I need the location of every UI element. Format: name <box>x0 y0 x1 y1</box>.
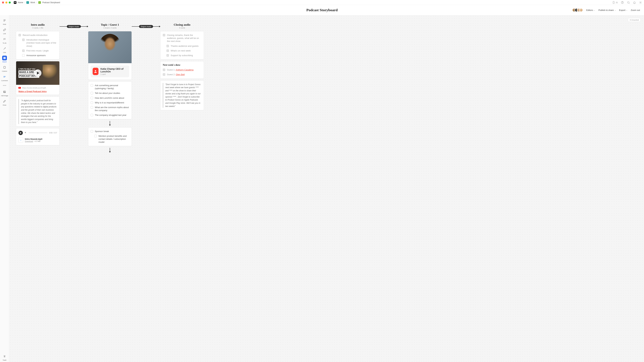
checkbox-icon[interactable] <box>22 38 25 41</box>
search-icon[interactable] <box>627 1 630 4</box>
tool-trash[interactable]: Trash <box>1 353 8 362</box>
breadcrumb-home[interactable]: Home <box>18 1 23 4</box>
checkbox-icon[interactable] <box>166 49 169 52</box>
check-item[interactable]: Guest 2: Glen Bell <box>163 73 201 76</box>
video-thumbnail[interactable]: 5 TIPS TO HELP YOU MAKE A GREAT PODCAST … <box>16 61 60 85</box>
check-item[interactable]: Mention product benefits and contact det… <box>94 135 129 144</box>
tool-note[interactable]: Note <box>1 17 8 26</box>
minimize-window[interactable] <box>5 1 8 3</box>
audio-play-button[interactable] <box>18 131 23 135</box>
tool-board[interactable]: Board <box>1 55 8 64</box>
help-icon[interactable] <box>621 1 624 4</box>
check-item[interactable]: Closing remarks, thank the audience, gue… <box>163 34 201 43</box>
check-item[interactable]: Support by subscribing <box>166 54 201 57</box>
sponsor-card[interactable]: Sponsor break Mention product benefits a… <box>88 127 132 146</box>
checkbox-icon[interactable] <box>22 49 25 52</box>
tool-line[interactable]: Line <box>1 45 8 54</box>
device-count[interactable]: 21 <box>612 1 618 4</box>
checkbox-icon[interactable] <box>90 84 93 87</box>
connector-label[interactable]: Segue music <box>67 25 81 28</box>
quote-card[interactable]: "A digital product podcast built for peo… <box>16 97 60 127</box>
checkbox-icon[interactable] <box>18 34 21 36</box>
board-intro-audio[interactable]: Intro audio 3 cards, 1 file Record audio… <box>16 22 60 145</box>
check-item[interactable]: Announce sponsors <box>22 54 57 57</box>
connector-arrow[interactable]: Segue music <box>60 22 88 31</box>
checkbox-icon[interactable] <box>90 130 93 133</box>
checkbox-icon[interactable] <box>22 54 25 57</box>
check-item[interactable]: Record audio introduction <box>18 34 57 37</box>
column-icon <box>2 65 7 70</box>
questions-card[interactable]: Ask something personal (upbringing / fam… <box>88 81 132 119</box>
breadcrumb-work[interactable]: Work <box>30 1 35 4</box>
tool-more[interactable] <box>1 83 8 88</box>
page-title[interactable]: Podcast Storyboard <box>306 8 338 12</box>
check-item[interactable]: What are the common myths about the comp… <box>90 106 129 112</box>
board-closing-audio[interactable]: Closing audio 3 cards Closing remarks, t… <box>160 22 204 110</box>
home-icon[interactable]: M <box>14 1 16 4</box>
closing-checklist-card[interactable]: Closing remarks, thank the audience, gue… <box>160 31 204 59</box>
checkbox-icon[interactable] <box>163 69 165 71</box>
document-icon[interactable] <box>38 1 41 4</box>
tool-comment[interactable]: Comment <box>1 73 8 82</box>
audio-progress[interactable] <box>28 133 48 133</box>
publish-dropdown[interactable]: Publish & share⌄ <box>598 9 616 11</box>
tool-todo[interactable]: To-do <box>1 36 8 45</box>
download-link[interactable]: Download <box>25 140 33 142</box>
checkbox-icon[interactable] <box>94 135 97 137</box>
checkbox-icon[interactable] <box>90 101 93 104</box>
checkbox-icon[interactable] <box>90 114 93 116</box>
intro-checklist-card[interactable]: Record audio introduction Introduction m… <box>16 31 60 59</box>
canvas[interactable]: 0 Unsorted Intro audio 3 cards, 1 file R… <box>9 15 644 362</box>
check-item[interactable]: Tell me about your studies <box>90 92 129 95</box>
board-topic-guest[interactable]: Topic / Guest 1 1 board, 2 cards Katia C… <box>88 22 132 153</box>
tool-link[interactable]: Link <box>1 26 8 35</box>
tool-column[interactable]: Column <box>1 64 8 73</box>
guest-info[interactable]: Katia Champ CEO of LunchOn 1 card <box>90 65 129 77</box>
export-dropdown[interactable]: Export⌄ <box>619 9 628 11</box>
gear-icon[interactable] <box>639 1 642 4</box>
volume-icon[interactable] <box>24 131 27 134</box>
video-link[interactable]: Make a Great Podcast Intro <box>18 90 57 93</box>
checkbox-icon[interactable] <box>166 45 169 47</box>
note-icon <box>2 18 7 23</box>
close-window[interactable] <box>2 1 4 3</box>
video-card[interactable]: 5 TIPS TO HELP YOU MAKE A GREAT PODCAST … <box>16 61 60 95</box>
tool-add-image[interactable]: Add image <box>1 88 8 98</box>
mobile-icon <box>612 1 615 4</box>
check-item[interactable]: Thanks audience and guests <box>166 45 201 48</box>
checkbox-icon[interactable] <box>163 34 165 36</box>
check-item[interactable]: Why is it so important/different <box>90 101 129 104</box>
checkbox-icon[interactable] <box>90 92 93 94</box>
tool-draw[interactable]: Draw <box>1 98 8 107</box>
checkbox-icon[interactable] <box>166 54 169 57</box>
editors-dropdown[interactable]: Editors⌄ <box>586 9 595 11</box>
unsorted-badge[interactable]: 0 Unsorted <box>628 18 641 22</box>
svg-rect-6 <box>5 57 6 58</box>
closing-quote-card[interactable]: "Don't forget to tune in to Project Sono… <box>160 80 204 110</box>
check-item[interactable]: Guest 1: Anthony Casalena <box>163 68 201 71</box>
connector-label[interactable]: Segue music <box>139 25 153 28</box>
checkbox-icon[interactable] <box>163 73 165 76</box>
guest-link[interactable]: Glen Bell <box>176 73 185 76</box>
connector-arrow[interactable]: Segue music <box>132 22 160 31</box>
next-show-card[interactable]: Next week's show Guest 1: Anthony Casale… <box>160 61 204 79</box>
guest-link[interactable]: Anthony Casalena <box>176 69 194 71</box>
folder-icon[interactable] <box>26 1 29 4</box>
check-item[interactable]: What's on next week <box>166 49 201 52</box>
breadcrumb-doc[interactable]: Podcast Storyboard <box>42 1 60 4</box>
bell-icon[interactable] <box>633 1 636 4</box>
check-item[interactable]: Sponsor break <box>90 130 129 133</box>
zoom-out-button[interactable]: Zoom out <box>631 9 640 11</box>
checkbox-icon[interactable] <box>90 106 93 109</box>
checkbox-icon[interactable] <box>90 97 93 99</box>
check-item[interactable]: Ask something personal (upbringing / fam… <box>90 84 129 90</box>
play-icon[interactable] <box>34 69 42 77</box>
check-item[interactable]: How did LunchOn come about <box>90 97 129 100</box>
check-item[interactable]: Introduction monologue (mention hosts an… <box>22 38 57 48</box>
maximize-window[interactable] <box>9 1 11 3</box>
collaborator-avatars[interactable] <box>574 8 583 12</box>
audio-card[interactable]: 0:00 / 3:37 ♪ Intro-Sound.mp3 Download ·… <box>16 128 60 145</box>
check-item[interactable]: The company struggled last year <box>90 114 129 117</box>
check-item[interactable]: Find intro music / jingle <box>22 49 57 52</box>
guest-card[interactable]: Katia Champ CEO of LunchOn 1 card <box>88 31 132 80</box>
